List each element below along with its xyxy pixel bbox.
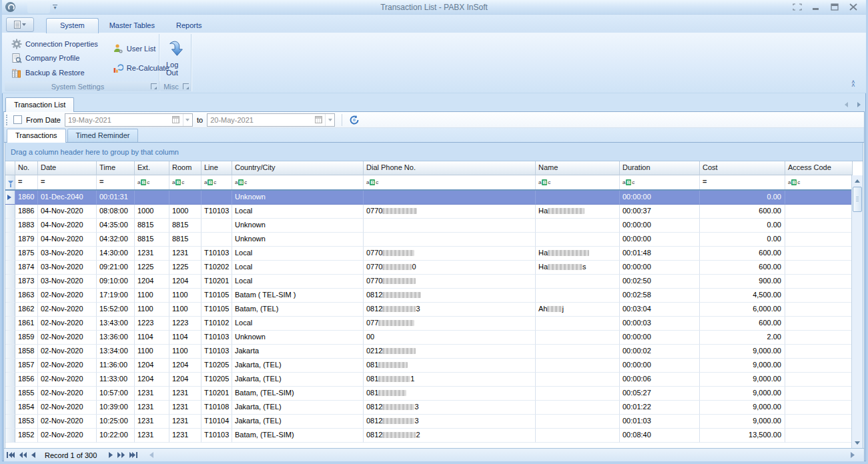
scroll-up-icon[interactable] <box>852 175 863 186</box>
table-row[interactable]: 187403-Nov-202009:21:0012251225T10202Loc… <box>5 261 863 275</box>
row-indicator[interactable] <box>5 359 15 373</box>
calendar-icon[interactable] <box>312 114 325 126</box>
connection-properties-button[interactable]: Connection Properties <box>9 37 101 51</box>
row-indicator[interactable] <box>5 233 15 247</box>
column-header-time[interactable]: Time <box>97 161 135 175</box>
column-header-no[interactable]: No. <box>15 161 38 175</box>
column-header-country[interactable]: Country/City <box>232 161 364 175</box>
tab-timed-reminder[interactable]: Timed Reminder <box>67 129 139 142</box>
log-out-button[interactable]: Log Out <box>161 35 191 80</box>
nav-next-icon[interactable] <box>109 452 113 458</box>
hscroll-right-icon[interactable] <box>851 452 855 458</box>
row-indicator[interactable] <box>5 345 15 359</box>
company-profile-button[interactable]: Company Profile <box>9 51 101 65</box>
nav-next-page-icon[interactable] <box>117 452 125 458</box>
nav-last-icon[interactable] <box>129 452 137 458</box>
table-row[interactable]: 185702-Nov-202011:36:0012041204T10205Jak… <box>5 359 863 373</box>
hscroll-left-icon[interactable] <box>149 452 153 458</box>
filter-cell-access[interactable]: aBc <box>785 175 853 189</box>
filter-cell-country[interactable]: aBc <box>232 175 364 189</box>
row-indicator[interactable] <box>5 191 15 205</box>
table-row[interactable]: 188604-Nov-202008:08:0010001000T10103Loc… <box>5 205 863 219</box>
tab-scroll-right-icon[interactable] <box>857 102 861 107</box>
table-row[interactable]: 187904-Nov-202004:32:0088158815Unknown00… <box>5 233 863 247</box>
table-row[interactable]: 185202-Nov-202010:22:0012311231T10103Bat… <box>5 429 863 443</box>
filter-cell-ext[interactable]: aBc <box>135 175 169 189</box>
row-indicator[interactable] <box>5 205 15 219</box>
row-indicator[interactable] <box>5 261 15 275</box>
filter-cell-dial[interactable]: aBc <box>364 175 536 189</box>
column-header-name[interactable]: Name <box>536 161 620 175</box>
nav-prev-icon[interactable] <box>31 452 35 458</box>
column-header-room[interactable]: Room <box>169 161 201 175</box>
row-indicator[interactable] <box>5 289 15 303</box>
filter-cell-room[interactable]: aBc <box>169 175 201 189</box>
refresh-icon[interactable] <box>349 115 360 125</box>
nav-first-icon[interactable] <box>7 452 15 458</box>
filter-cell-date[interactable]: = <box>38 175 97 189</box>
table-row[interactable]: 185302-Nov-202010:25:0012311231T10104Jak… <box>5 415 863 429</box>
filter-cell-cost[interactable]: = <box>700 175 785 189</box>
filter-cell-time[interactable]: = <box>97 175 135 189</box>
minimize-button[interactable] <box>811 3 821 11</box>
table-row[interactable]: 185402-Nov-202010:39:0012311231T10108Jak… <box>5 401 863 415</box>
column-header-date[interactable]: Date <box>38 161 97 175</box>
document-tab-transaction-list[interactable]: Transaction List <box>5 97 74 112</box>
scroll-down-icon[interactable] <box>852 437 863 448</box>
table-row[interactable]: 185502-Nov-202010:57:0012311231T10201Bat… <box>5 387 863 401</box>
nav-prev-page-icon[interactable] <box>19 452 27 458</box>
table-row[interactable]: 185902-Nov-202013:36:0011041104T10103Unk… <box>5 331 863 345</box>
dialog-launcher-icon[interactable] <box>151 83 157 89</box>
row-indicator[interactable] <box>5 415 15 429</box>
row-indicator[interactable] <box>5 219 15 233</box>
toolbar-drag-grip[interactable] <box>6 115 8 125</box>
table-row[interactable]: 186202-Nov-202015:52:0011001100T10105Bat… <box>5 303 863 317</box>
row-indicator[interactable] <box>5 317 15 331</box>
table-row[interactable]: 186302-Nov-202017:19:0011001100T10105Bat… <box>5 289 863 303</box>
row-indicator[interactable] <box>5 303 15 317</box>
from-date-checkbox[interactable] <box>13 115 22 124</box>
from-date-input[interactable]: 19-May-2021 <box>65 113 193 127</box>
dialog-launcher-icon[interactable] <box>183 83 189 89</box>
row-indicator[interactable] <box>5 331 15 345</box>
row-indicator[interactable] <box>5 373 15 387</box>
filter-cell-name[interactable]: aBc <box>536 175 620 189</box>
tab-system[interactable]: System <box>46 18 99 33</box>
table-row[interactable]: 187303-Nov-202009:10:0012041204T10201Loc… <box>5 275 863 289</box>
table-row[interactable]: 185802-Nov-202013:34:0011001100T10103Jak… <box>5 345 863 359</box>
maximize-button[interactable] <box>830 3 839 11</box>
column-header-cost[interactable]: Cost <box>700 161 785 175</box>
column-header-dial[interactable]: Dial Phone No. <box>364 161 536 175</box>
vertical-scrollbar[interactable] <box>851 175 863 448</box>
row-indicator[interactable] <box>5 401 15 415</box>
row-indicator[interactable] <box>5 275 15 289</box>
column-header-access[interactable]: Access Code <box>785 161 853 175</box>
to-date-input[interactable]: 20-May-2021 <box>207 113 335 127</box>
table-row[interactable]: 187503-Nov-202014:30:0012311231T10103Loc… <box>5 247 863 261</box>
table-row[interactable]: 185602-Nov-202011:33:0012041204T10205Jak… <box>5 373 863 387</box>
row-indicator[interactable] <box>5 247 15 261</box>
column-header-line[interactable]: Line <box>201 161 232 175</box>
column-header-duration[interactable]: Duration <box>620 161 700 175</box>
chevron-down-icon[interactable] <box>183 114 192 126</box>
chevron-down-icon[interactable] <box>325 114 334 126</box>
group-by-panel[interactable]: Drag a column header here to group by th… <box>5 143 863 161</box>
close-button[interactable] <box>849 3 858 11</box>
application-menu-button[interactable] <box>6 17 34 32</box>
tab-master-tables[interactable]: Master Tables <box>99 19 165 33</box>
calendar-icon[interactable] <box>169 114 183 126</box>
filter-cell-duration[interactable]: aBc <box>620 175 700 189</box>
table-row[interactable]: 188304-Nov-202004:35:0088158815Unknown00… <box>5 219 863 233</box>
fullscreen-button[interactable] <box>793 3 802 11</box>
scrollbar-thumb[interactable] <box>853 187 862 212</box>
row-indicator[interactable] <box>5 429 15 443</box>
tab-transactions[interactable]: Transactions <box>7 129 66 143</box>
filter-cell-line[interactable]: aBc <box>201 175 232 189</box>
filter-cell-no[interactable]: = <box>15 175 38 189</box>
collapse-ribbon-icon[interactable]: ˄˄ <box>849 81 858 87</box>
tab-scroll-left-icon[interactable] <box>845 102 848 107</box>
table-row[interactable]: 186102-Nov-202013:43:0012231223T10102Loc… <box>5 317 863 331</box>
table-row[interactable]: 186001-Dec-204000:01:31Unknown00:00:000.… <box>5 191 863 205</box>
row-indicator[interactable] <box>5 387 15 401</box>
column-header-ext[interactable]: Ext. <box>135 161 169 175</box>
